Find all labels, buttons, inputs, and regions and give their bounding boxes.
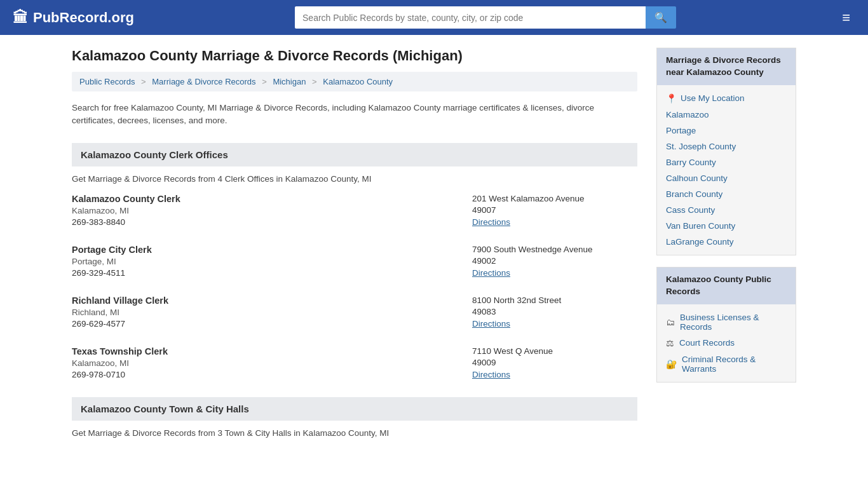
page-description: Search for free Kalamazoo County, MI Mar… xyxy=(72,102,637,128)
clerk-name-0: Kalamazoo County Clerk xyxy=(72,194,459,204)
menu-icon: ≡ xyxy=(842,10,850,25)
clerk-name-1: Portage City Clerk xyxy=(72,245,459,255)
sidebar-item-calhoun[interactable]: Calhoun County xyxy=(657,170,796,186)
clerk-phone-0: 269-383-8840 xyxy=(72,217,459,227)
clerk-city-3: Kalamazoo, MI xyxy=(72,358,459,368)
use-location-label: Use My Location xyxy=(681,93,745,103)
sidebar-item-kalamazoo[interactable]: Kalamazoo xyxy=(657,107,796,123)
search-input[interactable] xyxy=(295,6,646,29)
clerk-directions-3[interactable]: Directions xyxy=(472,370,510,379)
clerk-directions-2[interactable]: Directions xyxy=(472,319,510,329)
clerk-address-3: 7110 West Q Avenue xyxy=(472,346,637,356)
clerk-name-2: Richland Village Clerk xyxy=(72,295,459,306)
business-icon: 🗂 xyxy=(666,317,675,327)
sidebar-item-branch[interactable]: Branch County xyxy=(657,186,796,202)
sidebar-use-location[interactable]: 📍 Use My Location xyxy=(657,90,796,107)
breadcrumb-sep-2: > xyxy=(262,77,267,86)
clerk-zip-0: 49007 xyxy=(472,205,637,215)
clerk-directions-1[interactable]: Directions xyxy=(472,268,510,278)
townhall-section-desc: Get Marriage & Divorce Records from 3 To… xyxy=(72,428,637,438)
sidebar-item-portage[interactable]: Portage xyxy=(657,123,796,139)
clerk-zip-1: 49002 xyxy=(472,256,637,266)
location-icon: 📍 xyxy=(666,93,677,104)
sidebar-item-van-buren[interactable]: Van Buren County xyxy=(657,218,796,234)
sidebar-record-criminal-link[interactable]: Criminal Records & Warrants xyxy=(682,355,787,374)
breadcrumb-link-public-records[interactable]: Public Records xyxy=(79,77,135,86)
sidebar-record-court-link[interactable]: Court Records xyxy=(679,338,735,348)
clerk-zip-2: 49083 xyxy=(472,307,637,316)
breadcrumb: Public Records > Marriage & Divorce Reco… xyxy=(72,72,637,92)
sidebar-record-criminal[interactable]: 🔐 Criminal Records & Warrants xyxy=(657,351,796,377)
clerk-zip-3: 49009 xyxy=(472,358,637,367)
page-title: Kalamazoo County Marriage & Divorce Reco… xyxy=(72,48,637,64)
breadcrumb-link-marriage-divorce[interactable]: Marriage & Divorce Records xyxy=(152,77,255,86)
breadcrumb-sep-3: > xyxy=(312,77,317,86)
menu-button[interactable]: ≡ xyxy=(837,8,855,27)
clerk-city-2: Richland, MI xyxy=(72,308,459,317)
breadcrumb-sep-1: > xyxy=(141,77,146,86)
logo-text: PubRecord.org xyxy=(33,10,134,26)
sidebar: Marriage & Divorce Records near Kalamazo… xyxy=(656,48,796,448)
main-content: Kalamazoo County Marriage & Divorce Reco… xyxy=(72,48,637,448)
sidebar-records-list: 🗂 Business Licenses & Records ⚖ Court Re… xyxy=(657,304,796,382)
clerk-address-1: 7900 South Westnedge Avenue xyxy=(472,245,637,254)
clerk-entry-1: Portage City Clerk Portage, MI 269-329-4… xyxy=(72,245,637,280)
sidebar-nearby-box: Marriage & Divorce Records near Kalamazo… xyxy=(656,48,796,255)
logo-icon: 🏛 xyxy=(13,9,28,27)
sidebar-records-box: Kalamazoo County Public Records 🗂 Busine… xyxy=(656,267,796,383)
court-icon: ⚖ xyxy=(666,338,674,348)
clerk-name-3: Texas Township Clerk xyxy=(72,346,459,356)
search-button[interactable]: 🔍 xyxy=(646,6,676,29)
clerk-section-header: Kalamazoo County Clerk Offices xyxy=(72,143,637,166)
clerk-entry-3: Texas Township Clerk Kalamazoo, MI 269-9… xyxy=(72,346,637,382)
search-icon: 🔍 xyxy=(654,12,667,23)
sidebar-nearby-list: 📍 Use My Location Kalamazoo Portage St. … xyxy=(657,85,796,255)
sidebar-item-cass[interactable]: Cass County xyxy=(657,202,796,218)
clerk-section-desc: Get Marriage & Divorce Records from 4 Cl… xyxy=(72,174,637,184)
sidebar-item-st-joseph[interactable]: St. Joseph County xyxy=(657,139,796,154)
sidebar-record-court[interactable]: ⚖ Court Records xyxy=(657,335,796,351)
sidebar-record-business-link[interactable]: Business Licenses & Records xyxy=(680,313,787,332)
sidebar-record-business[interactable]: 🗂 Business Licenses & Records xyxy=(657,309,796,335)
sidebar-nearby-title: Marriage & Divorce Records near Kalamazo… xyxy=(657,48,796,85)
clerk-entry-0: Kalamazoo County Clerk Kalamazoo, MI 269… xyxy=(72,194,637,229)
sidebar-item-barry[interactable]: Barry County xyxy=(657,154,796,170)
page-wrap: Kalamazoo County Marriage & Divorce Reco… xyxy=(53,35,815,461)
clerk-entry-2: Richland Village Clerk Richland, MI 269-… xyxy=(72,295,637,331)
sidebar-records-title: Kalamazoo County Public Records xyxy=(657,268,796,304)
townhall-section-header: Kalamazoo County Town & City Halls xyxy=(72,397,637,421)
search-bar: 🔍 xyxy=(295,6,676,29)
breadcrumb-link-michigan[interactable]: Michigan xyxy=(273,77,306,86)
sidebar-item-lagrange[interactable]: LaGrange County xyxy=(657,234,796,250)
clerk-address-2: 8100 North 32nd Street xyxy=(472,295,637,305)
clerk-phone-1: 269-329-4511 xyxy=(72,268,459,278)
clerk-city-0: Kalamazoo, MI xyxy=(72,206,459,215)
criminal-icon: 🔐 xyxy=(666,359,677,369)
logo-link[interactable]: 🏛 PubRecord.org xyxy=(13,9,134,27)
clerk-city-1: Portage, MI xyxy=(72,257,459,266)
clerk-directions-0[interactable]: Directions xyxy=(472,217,510,227)
breadcrumb-link-kalamazoo[interactable]: Kalamazoo County xyxy=(323,77,393,86)
clerk-address-0: 201 West Kalamazoo Avenue xyxy=(472,194,637,203)
clerk-phone-2: 269-629-4577 xyxy=(72,319,459,329)
header: 🏛 PubRecord.org 🔍 ≡ xyxy=(0,0,868,35)
clerk-phone-3: 269-978-0710 xyxy=(72,370,459,379)
